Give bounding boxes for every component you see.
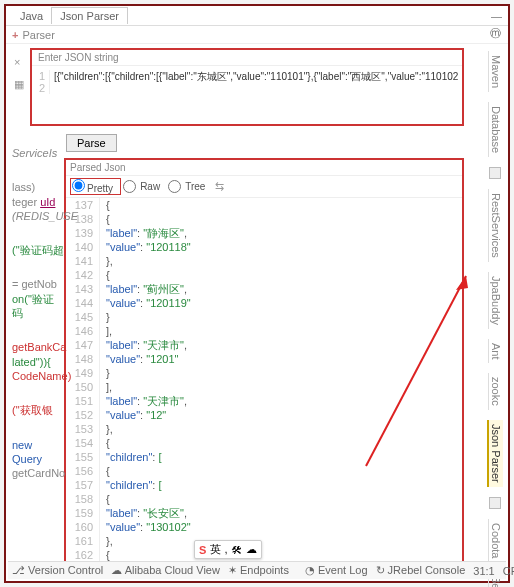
square-icon-2[interactable] — [489, 497, 501, 509]
status-bar: ⎇ Version Control ☁ Alibaba Cloud View ✶… — [8, 561, 506, 579]
square-icon[interactable] — [489, 167, 501, 179]
status-ali-cloud[interactable]: ☁ Alibaba Cloud View — [111, 564, 220, 577]
line-number: 1 — [36, 70, 45, 82]
panel-title: Parser — [22, 29, 54, 41]
format-pretty-radio[interactable] — [72, 179, 85, 192]
close-icon[interactable]: × — [14, 56, 20, 68]
sidetab-rest[interactable]: RestServices — [488, 189, 503, 262]
settings-icon[interactable]: ⇆ — [215, 180, 224, 193]
tab-json-parser[interactable]: Json Parser — [51, 7, 128, 24]
minimize-icon[interactable]: — — [491, 10, 502, 22]
ime-logo-icon: S — [199, 544, 206, 556]
ime-tool-icon[interactable]: 🛠 — [231, 544, 242, 556]
ime-toolbar[interactable]: S 英 , 🛠 ☁ — [194, 540, 262, 559]
status-jrebel[interactable]: ↻ JRebel Console — [376, 564, 466, 577]
code-viewer[interactable]: 1371381391401411421431441451461471481491… — [66, 198, 462, 568]
sidetab-ant[interactable]: Ant — [488, 339, 503, 364]
panel-header: + Parser — [6, 26, 508, 44]
json-input-panel: × ▦ Enter JSON string 1 2 [{"children":[… — [30, 48, 464, 126]
parse-button[interactable]: Parse — [66, 134, 117, 152]
right-tool-strip: ⓜ Maven Database RestServices JpaBuddy A… — [488, 26, 502, 587]
sidetab-maven[interactable]: Maven — [488, 51, 503, 92]
parsed-json-panel: Parsed Json Pretty Raw Tree ⇆ 1371381391… — [64, 158, 464, 570]
sidetab-jsonparser[interactable]: Json Parser — [487, 420, 503, 487]
line-number: 2 — [36, 82, 45, 94]
status-pos[interactable]: 31:1 — [473, 565, 494, 577]
status-crlf[interactable]: CRLF — [503, 565, 514, 577]
m-icon[interactable]: ⓜ — [490, 26, 501, 41]
status-version-control[interactable]: ⎇ Version Control — [12, 564, 103, 577]
json-textarea[interactable]: 1 2 [{"children":[{"children":[{"label":… — [32, 66, 462, 98]
json-input-text: [{"children":[{"children":[{"label":"东城区… — [50, 70, 458, 94]
format-raw-label: Raw — [140, 181, 160, 192]
ime-cloud-icon[interactable]: ☁ — [246, 543, 257, 556]
input-label: Enter JSON string — [32, 50, 462, 66]
format-options: Pretty Raw Tree ⇆ — [66, 176, 462, 198]
format-tree-label: Tree — [185, 181, 205, 192]
status-event-log[interactable]: ◔ Event Log — [305, 564, 368, 577]
status-endpoints[interactable]: ✶ Endpoints — [228, 564, 289, 577]
sidetab-database[interactable]: Database — [488, 102, 503, 157]
sidetab-zookc[interactable]: zookc — [488, 373, 503, 410]
format-pretty-label: Pretty — [87, 183, 113, 194]
format-tree-radio[interactable] — [168, 180, 181, 193]
format-raw-radio[interactable] — [123, 180, 136, 193]
tab-java[interactable]: Java — [12, 8, 51, 24]
add-icon[interactable]: + — [12, 29, 18, 41]
ime-text: 英 , — [210, 542, 227, 557]
tool-icon[interactable]: ▦ — [14, 78, 24, 91]
sidetab-jpa[interactable]: JpaBuddy — [488, 272, 503, 329]
editor-tabs: Java Json Parser — — [6, 6, 508, 26]
parsed-title: Parsed Json — [66, 160, 462, 176]
sidetab-codota[interactable]: Codota — [488, 519, 503, 562]
left-editor-strip: ServiceIs lass) teger uId (REDIS_USE ("验… — [12, 146, 64, 500]
